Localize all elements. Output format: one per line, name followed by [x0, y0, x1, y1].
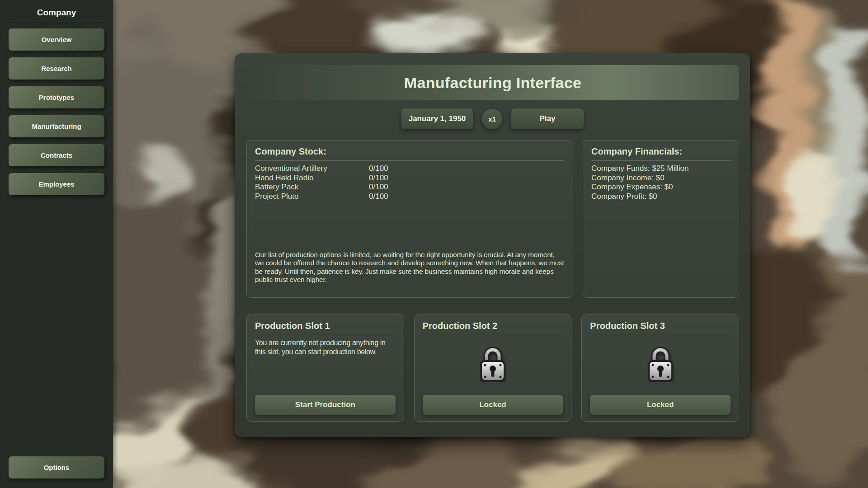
production-slot-2: Production Slot 2: [414, 314, 572, 422]
company-financials-card: Company Financials: Company Funds: $25 M…: [583, 140, 739, 298]
stock-item: Battery Pack 0/100: [255, 183, 565, 192]
stock-item-name: Project Pluto: [255, 192, 369, 202]
sidebar-item-prototypes[interactable]: Prototypes: [9, 86, 104, 108]
stock-item-count: 0/100: [369, 192, 565, 202]
speed-button[interactable]: x1: [482, 109, 502, 129]
stock-item-count: 0/100: [369, 183, 565, 192]
production-slot-3: Production Slot 3: [581, 314, 739, 422]
lock-wrap: [590, 335, 731, 395]
game-screen: Company Overview Research Prototypes Man…: [0, 0, 868, 488]
company-financials-title: Company Financials:: [591, 146, 731, 157]
slot-title: Production Slot 1: [255, 321, 396, 331]
production-slot-1: Production Slot 1 You are currently not …: [246, 314, 404, 422]
stock-item: Hand Held Radio 0/100: [255, 174, 565, 183]
lock-wrap: [423, 335, 563, 395]
sidebar-item-manufacturing[interactable]: Manurfacturing: [9, 115, 104, 137]
lock-icon: [480, 346, 506, 382]
stock-item-count: 0/100: [369, 164, 565, 174]
play-button[interactable]: Play: [511, 108, 584, 129]
locked-button[interactable]: Locked: [423, 395, 563, 415]
stock-item-count: 0/100: [369, 174, 565, 183]
financial-row: Company Expenses: $0: [591, 183, 731, 192]
financial-row: Company Funds: $25 Million: [591, 164, 731, 174]
company-stock-title: Company Stock:: [255, 146, 565, 157]
financials-list: Company Funds: $25 Million Company Incom…: [591, 164, 731, 201]
sidebar-title: Company: [0, 8, 113, 18]
divider: [255, 335, 396, 335]
slot-title: Production Slot 3: [590, 321, 731, 331]
stock-item: Project Pluto 0/100: [255, 192, 565, 202]
sidebar-divider: [8, 22, 104, 22]
sidebar-item-employees[interactable]: Employees: [9, 173, 104, 195]
production-advice-note: Our list of production options is limite…: [255, 251, 565, 284]
options-button[interactable]: Options: [9, 456, 104, 479]
info-row: Company Stock: Conventional Artillery 0/…: [246, 140, 739, 298]
panel-header: Manufacturing Interface: [246, 65, 739, 100]
date-button[interactable]: January 1, 1950: [401, 108, 473, 129]
divider: [255, 160, 565, 161]
locked-button[interactable]: Locked: [590, 395, 731, 415]
start-production-button[interactable]: Start Production: [255, 395, 396, 415]
divider: [591, 160, 731, 161]
sidebar-item-contracts[interactable]: Contracts: [9, 144, 104, 166]
sidebar: Company Overview Research Prototypes Man…: [0, 0, 113, 488]
slot-status-text: You are currently not producing anything…: [255, 338, 396, 356]
time-controls: January 1, 1950 x1 Play: [235, 108, 750, 129]
stock-item-name: Battery Pack: [255, 183, 369, 192]
slot-title: Production Slot 2: [423, 321, 563, 331]
financial-row: Company Profit: $0: [591, 192, 731, 202]
stock-item-name: Hand Held Radio: [255, 174, 369, 183]
page-title: Manufacturing Interface: [404, 74, 581, 92]
stock-list: Conventional Artillery 0/100 Hand Held R…: [255, 164, 565, 201]
sidebar-item-overview[interactable]: Overview: [9, 28, 104, 51]
lock-icon: [647, 346, 674, 382]
production-slots-row: Production Slot 1 You are currently not …: [246, 314, 739, 422]
sidebar-item-research[interactable]: Research: [9, 57, 104, 80]
manufacturing-panel: Manufacturing Interface January 1, 1950 …: [235, 53, 750, 437]
financial-row: Company Income: $0: [591, 174, 731, 183]
stock-item-name: Conventional Artillery: [255, 164, 369, 174]
company-stock-card: Company Stock: Conventional Artillery 0/…: [246, 140, 573, 298]
stock-item: Conventional Artillery 0/100: [255, 164, 565, 174]
